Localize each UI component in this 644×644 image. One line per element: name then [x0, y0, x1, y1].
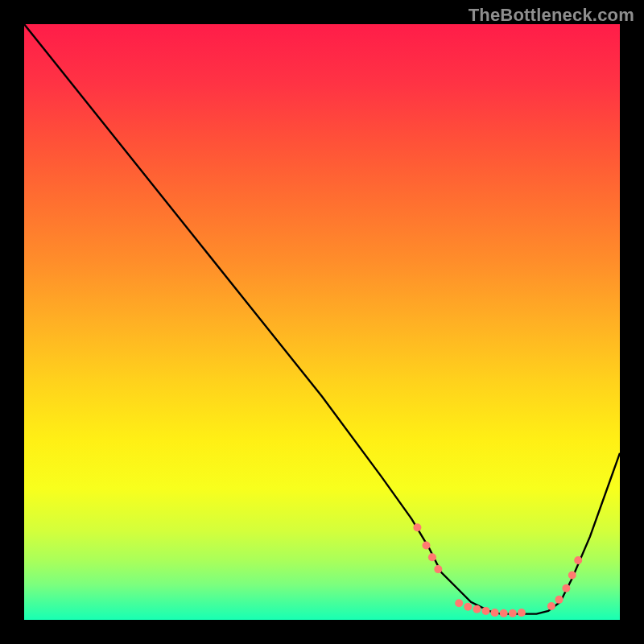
- marker-dot: [568, 572, 576, 580]
- marker-dot: [482, 607, 490, 615]
- marker-dot: [547, 602, 555, 610]
- marker-dot: [491, 609, 499, 617]
- marker-dot: [509, 609, 517, 617]
- marker-dot: [428, 553, 436, 561]
- plot-area: [24, 24, 620, 620]
- marker-dot: [500, 609, 508, 617]
- marker-dot: [423, 542, 431, 550]
- marker-dot: [555, 596, 564, 604]
- marker-dot: [455, 599, 463, 607]
- gradient-background: [24, 24, 620, 620]
- marker-dot: [562, 584, 570, 592]
- watermark-text: TheBottleneck.com: [469, 5, 634, 26]
- marker-dot: [434, 565, 442, 573]
- marker-dot: [413, 523, 421, 531]
- marker-dot: [464, 603, 472, 611]
- marker-dot: [574, 556, 582, 564]
- marker-dot: [518, 609, 526, 617]
- chart-svg: [24, 24, 620, 620]
- marker-dot: [473, 605, 481, 613]
- chart-frame: TheBottleneck.com: [0, 0, 644, 644]
